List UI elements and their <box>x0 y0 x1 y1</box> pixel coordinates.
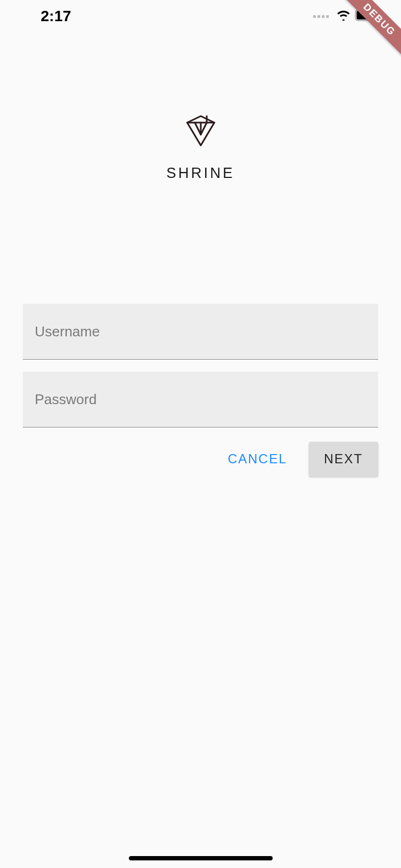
cancel-button[interactable]: CANCEL <box>215 442 300 476</box>
signal-dots-icon <box>313 15 329 18</box>
logo-section: SHRINE <box>23 114 378 182</box>
status-bar: 2:17 <box>0 0 401 33</box>
button-row: CANCEL NEXT <box>23 442 378 476</box>
diamond-icon <box>185 114 217 148</box>
next-button[interactable]: NEXT <box>309 442 378 476</box>
home-indicator <box>129 856 272 860</box>
wifi-icon <box>336 10 351 23</box>
password-input[interactable] <box>23 372 378 427</box>
status-time: 2:17 <box>41 8 71 25</box>
username-input[interactable] <box>23 304 378 360</box>
login-content: SHRINE CANCEL NEXT <box>0 0 401 476</box>
brand-title: SHRINE <box>166 165 234 182</box>
